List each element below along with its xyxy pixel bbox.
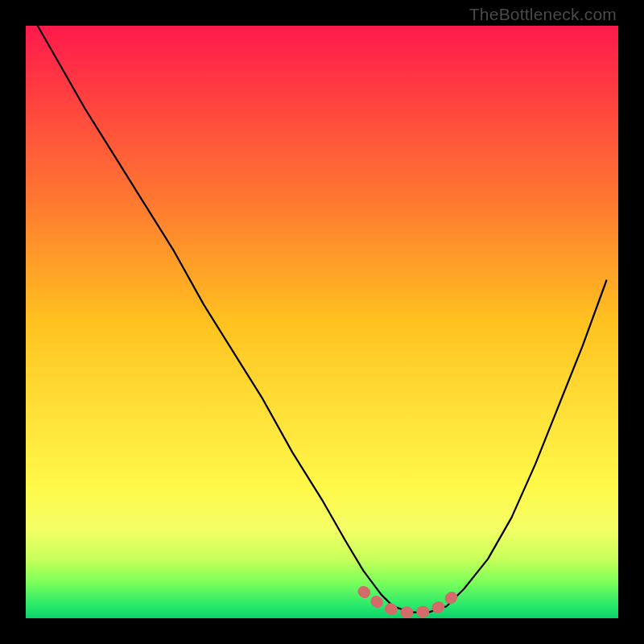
bottleneck-curve-line [38,26,607,613]
attribution-label: TheBottleneck.com [469,5,617,24]
optimal-range-highlight [364,592,452,613]
bottleneck-chart [26,26,618,618]
chart-frame: TheBottleneck.com [0,0,644,644]
curve-layer [26,26,618,618]
